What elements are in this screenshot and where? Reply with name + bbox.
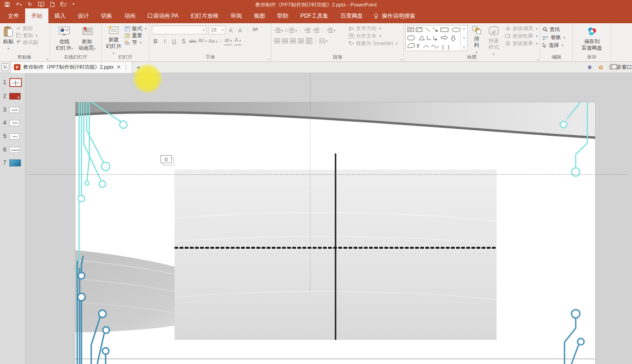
shape-gallery[interactable]: { } ▴ ▾ ⊽ [405, 25, 468, 51]
dialog-launcher-icon[interactable]: ⌟ [46, 56, 48, 60]
find-button[interactable]: 查找 [543, 27, 570, 32]
gallery-scroll-down-icon[interactable]: ▾ [463, 36, 465, 40]
arrange-button[interactable]: 排列 [470, 25, 483, 54]
settings-gear-icon[interactable]: ✿ [598, 64, 603, 71]
italic-button[interactable]: I [161, 38, 168, 45]
gallery-scroll-up-icon[interactable]: ▴ [463, 26, 465, 30]
align-text-button[interactable]: 对齐文本 [349, 33, 397, 39]
format-painter-button[interactable]: 格式刷 [16, 40, 38, 45]
tab-more-icon[interactable]: ⋮ [124, 64, 129, 70]
tab-animations[interactable]: 动画 [118, 8, 141, 23]
slide-thumbnail-2[interactable]: 2 [0, 91, 26, 102]
copy-button[interactable]: 复制 [16, 33, 38, 38]
replace-button[interactable]: abac替换 [543, 35, 570, 40]
text-highlight-button[interactable]: ab [224, 37, 232, 46]
group-label-save: 保存 [573, 54, 611, 60]
tab-baidu-netdisk[interactable]: 百度网盘 [334, 8, 369, 23]
clear-formatting-icon[interactable]: A [251, 26, 259, 33]
multi-window-label: 多窗口 [617, 64, 632, 71]
strikethrough-button[interactable]: abc [189, 38, 196, 45]
tab-pdf-tools[interactable]: PDF工具集 [294, 8, 334, 23]
new-tab-button[interactable]: + [132, 63, 146, 71]
magic-wand-icon[interactable]: ✱ [587, 64, 592, 71]
slide-thumbnail-6[interactable]: 6 [0, 144, 26, 155]
numbering-icon[interactable]: 1⃬ [285, 28, 297, 33]
dialog-launcher-icon[interactable]: ⌟ [400, 56, 402, 60]
bullets-icon[interactable]: • [274, 28, 283, 33]
columns-icon[interactable] [319, 39, 328, 43]
tab-design[interactable]: 设计 [72, 8, 95, 23]
tab-insert[interactable]: 插入 [48, 8, 72, 23]
slide-thumbnail-5[interactable]: 5 [0, 131, 26, 142]
session-history-icon[interactable]: ↻ [1, 63, 9, 71]
tab-view[interactable]: 视图 [248, 8, 271, 23]
align-center-icon[interactable] [282, 39, 288, 43]
document-tab[interactable]: P 教你制作《PPT制作倒计时功能》2.pptx ✕ ⋮ [11, 62, 132, 73]
start-slideshow-icon[interactable] [38, 2, 44, 7]
shape-fill-button[interactable]: 形状填充 [505, 26, 538, 31]
new-animation-page-button[interactable]: 新加 动画页 [77, 25, 98, 54]
online-slide-button[interactable]: 在线 幻灯片 [54, 25, 75, 54]
dialog-launcher-icon[interactable]: ⌟ [268, 56, 270, 60]
increase-font-icon[interactable]: Aˆ [228, 26, 235, 34]
font-name-combobox[interactable]: ▾ [152, 26, 207, 34]
change-case-button[interactable]: Aa [208, 38, 217, 45]
distribute-icon[interactable] [306, 38, 312, 44]
layout-button[interactable]: 版式 [125, 26, 147, 31]
group-online-slides: 在线 幻灯片 新加 动画页 在线幻灯片 [50, 23, 102, 61]
line-spacing-icon[interactable]: ↕ [326, 28, 336, 33]
section-button[interactable]: 节 [125, 40, 147, 45]
slide-thumbnail-1[interactable]: 1 [0, 77, 26, 88]
save-to-netdisk-button[interactable]: 保存到 百度网盘 [580, 25, 604, 54]
paste-button[interactable]: 粘贴 [1, 25, 15, 54]
tab-slideshow[interactable]: 幻灯片放映 [184, 8, 224, 23]
undo-icon[interactable]: ↶▾ [16, 2, 22, 7]
tab-transitions[interactable]: 切换 [95, 8, 118, 23]
close-tab-icon[interactable]: ✕ [116, 64, 121, 70]
dialog-launcher-icon[interactable]: ⌟ [537, 56, 538, 60]
customize-qat-icon[interactable]: ▾ [73, 2, 74, 6]
multi-window-button[interactable]: 多窗口 [610, 64, 632, 71]
select-button[interactable]: 选择 [543, 43, 570, 48]
slide-canvas[interactable]: 0 [75, 102, 595, 364]
tab-file[interactable]: 文件 [2, 8, 25, 23]
tab-help[interactable]: 帮助 [271, 8, 294, 23]
decrease-indent-icon[interactable]: « [304, 28, 310, 33]
font-size-combobox[interactable]: 18▾ [208, 26, 226, 34]
align-left-icon[interactable] [274, 39, 280, 43]
bold-button[interactable]: B [152, 38, 159, 45]
tab-pocket-animation[interactable]: 口袋动画 PA [141, 8, 184, 23]
quick-access-toolbar: ↶▾ ↻ ▾ [5, 0, 74, 8]
slide-thumbnail-4[interactable]: 4 [0, 117, 26, 128]
shape-effects-button[interactable]: 形状效果 [505, 41, 538, 46]
tell-me-search[interactable]: 操作说明搜索 [369, 8, 420, 23]
cut-button[interactable]: ✂剪切 [16, 26, 38, 31]
gallery-more-icon[interactable]: ⊽ [463, 46, 465, 50]
convert-smartart-button[interactable]: 转换为 SmartArt [349, 41, 397, 46]
document-tab-title: 教你制作《PPT制作倒计时功能》2.pptx [23, 64, 114, 71]
tab-home[interactable]: 开始 [25, 8, 48, 23]
slide-thumbnail-7[interactable]: 7 [0, 157, 26, 168]
save-icon[interactable] [5, 2, 10, 7]
shape-outline-button[interactable]: 形状轮廓 [505, 33, 538, 39]
increase-indent-icon[interactable]: » [312, 28, 319, 33]
thumbnail-image [9, 133, 20, 139]
underline-button[interactable]: U [170, 38, 178, 45]
character-spacing-button[interactable]: AV [198, 38, 207, 45]
text-shadow-button[interactable]: S [180, 38, 187, 45]
reset-button[interactable]: 重置 [125, 33, 147, 38]
redo-icon[interactable]: ↻ [28, 2, 32, 7]
font-color-button[interactable]: A [234, 37, 242, 46]
tab-review[interactable]: 审阅 [224, 8, 248, 23]
decrease-font-icon[interactable]: Aˇ [237, 26, 244, 34]
text-direction-button[interactable]: A文字方向 [349, 26, 397, 31]
new-document-icon[interactable] [50, 2, 54, 7]
open-folder-icon[interactable] [61, 2, 67, 7]
slide-thumbnail-3[interactable]: 3 [0, 104, 26, 115]
zero-textbox[interactable]: 0 [161, 155, 172, 163]
quick-styles-button[interactable]: 快速样式 [485, 25, 502, 54]
align-right-icon[interactable] [290, 39, 296, 43]
new-slide-button[interactable]: 新建 幻灯片 [103, 25, 124, 54]
horizontal-guide[interactable] [29, 174, 627, 175]
justify-icon[interactable] [298, 39, 304, 43]
